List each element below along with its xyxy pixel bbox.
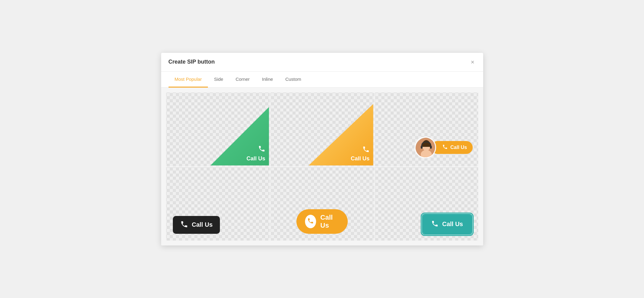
black-rect-btn[interactable]: Call Us (173, 216, 220, 234)
avatar-pill-container: Call Us (415, 137, 472, 158)
button-grid: Call Us Call Us (166, 92, 478, 241)
orange-round-btn[interactable]: Call Us (296, 209, 348, 234)
button-option-avatar-pill[interactable]: Call Us (375, 92, 478, 166)
button-option-corner-orange[interactable]: Call Us (270, 92, 374, 166)
avatar-pill-label: Call Us (450, 145, 467, 150)
svg-rect-6 (430, 146, 432, 149)
tab-custom[interactable]: Custom (279, 72, 308, 88)
corner-green-phone-icon (258, 145, 265, 154)
tab-bar: Most Popular Side Corner Inline Custom (161, 72, 483, 88)
orange-round-label: Call Us (320, 214, 339, 229)
tab-most-popular[interactable]: Most Popular (169, 72, 208, 88)
svg-point-3 (424, 145, 425, 146)
tab-inline[interactable]: Inline (256, 72, 279, 88)
button-gallery: Call Us Call Us (161, 88, 483, 245)
button-option-teal-outline[interactable]: Call Us (375, 167, 478, 241)
close-button[interactable]: × (470, 58, 476, 66)
avatar-orange-btn[interactable]: Call Us (431, 141, 472, 154)
corner-orange-content: Call Us (351, 146, 369, 162)
button-option-corner-green[interactable]: Call Us (166, 92, 270, 166)
avatar-image (415, 137, 436, 158)
modal-title: Create SIP button (169, 59, 215, 65)
corner-orange-phone-icon (362, 146, 370, 154)
black-rect-phone-icon (180, 220, 188, 229)
teal-outline-label: Call Us (442, 221, 463, 228)
button-option-orange-round[interactable]: Call Us (270, 167, 374, 241)
teal-phone-icon (431, 220, 439, 229)
button-option-black-rect[interactable]: Call Us (166, 167, 270, 241)
corner-green-content: Call Us (246, 145, 265, 162)
tab-side[interactable]: Side (208, 72, 229, 88)
avatar-pill-phone-icon (442, 144, 448, 151)
svg-rect-5 (421, 146, 423, 149)
orange-round-phone-icon (307, 218, 314, 225)
create-sip-modal: Create SIP button × Most Popular Side Co… (161, 53, 483, 245)
corner-orange-label: Call Us (351, 155, 369, 162)
svg-point-4 (428, 145, 429, 146)
tab-corner[interactable]: Corner (229, 72, 256, 88)
phone-circle (305, 215, 316, 228)
modal-header: Create SIP button × (161, 53, 483, 72)
black-rect-label: Call Us (192, 221, 213, 228)
corner-green-label: Call Us (246, 155, 265, 162)
teal-outline-btn[interactable]: Call Us (423, 215, 471, 234)
